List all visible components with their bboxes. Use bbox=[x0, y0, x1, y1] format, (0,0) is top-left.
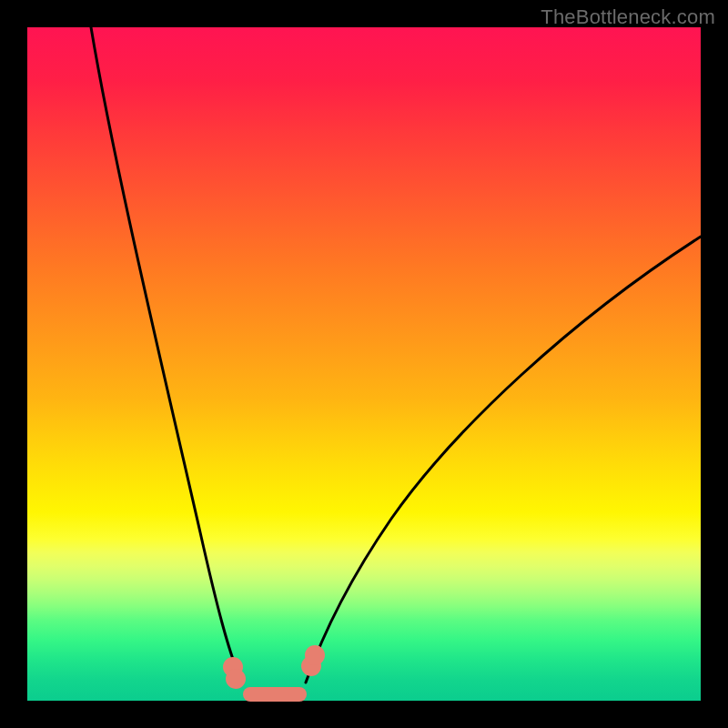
frame: TheBottleneck.com bbox=[0, 0, 728, 728]
curve-right bbox=[306, 237, 701, 682]
chart-overlay bbox=[27, 27, 701, 701]
marker-floor bbox=[243, 687, 307, 702]
curve-left bbox=[91, 27, 242, 682]
watermark-text: TheBottleneck.com bbox=[541, 5, 715, 29]
marker-dot bbox=[305, 645, 325, 665]
marker-dot bbox=[226, 669, 246, 689]
